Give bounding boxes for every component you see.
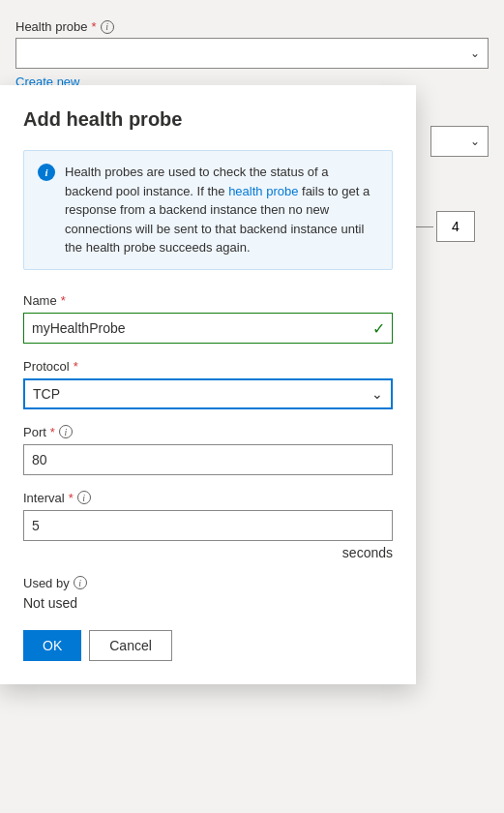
interval-field: Interval * i seconds: [23, 491, 393, 560]
name-label: Name *: [23, 293, 393, 308]
health-probe-info-icon[interactable]: i: [101, 20, 114, 34]
panel-title: Add health probe: [23, 108, 393, 131]
health-probe-label: Health probe * i: [15, 19, 489, 34]
info-text-highlight: health probe: [228, 184, 298, 198]
used-by-value: Not used: [23, 595, 393, 611]
name-label-text: Name: [23, 293, 57, 308]
interval-label: Interval * i: [23, 491, 393, 505]
interval-label-text: Interval: [23, 491, 65, 505]
interval-info-icon[interactable]: i: [77, 491, 91, 504]
add-health-probe-panel: Add health probe i Health probes are use…: [0, 85, 416, 684]
name-required: *: [61, 293, 66, 308]
seconds-label: seconds: [342, 545, 393, 560]
info-banner: i Health probes are used to check the st…: [23, 150, 393, 270]
interval-input[interactable]: [23, 510, 393, 541]
used-by-label: Used by i: [23, 576, 393, 590]
protocol-label: Protocol *: [23, 359, 393, 374]
name-field: Name * ✓: [23, 293, 393, 344]
protocol-dropdown[interactable]: TCP ⌄: [23, 378, 393, 409]
interval-required: *: [69, 491, 74, 505]
name-input-wrapper: ✓: [23, 313, 393, 344]
button-row: OK Cancel: [23, 630, 393, 661]
port-info-icon[interactable]: i: [59, 425, 73, 438]
right-number-value: 4: [452, 219, 460, 234]
port-label-text: Port: [23, 425, 46, 439]
health-probe-dropdown[interactable]: ⌄: [15, 38, 489, 69]
health-probe-text: Health probe: [15, 19, 87, 34]
used-by-info-icon[interactable]: i: [74, 576, 87, 589]
used-by-section: Used by i Not used: [23, 576, 393, 611]
port-required: *: [50, 425, 55, 439]
protocol-field: Protocol * TCP ⌄: [23, 359, 393, 409]
port-field: Port * i: [23, 425, 393, 475]
used-by-label-text: Used by: [23, 576, 70, 590]
health-probe-dropdown-arrow: ⌄: [470, 46, 480, 60]
cancel-button[interactable]: Cancel: [89, 630, 172, 661]
health-probe-section: Health probe * i ⌄ Create new: [15, 19, 489, 89]
right-dropdown-arrow: ⌄: [470, 135, 480, 148]
info-banner-icon: i: [38, 164, 55, 181]
protocol-value: TCP: [33, 386, 60, 402]
name-check-icon: ✓: [372, 318, 385, 337]
port-input[interactable]: [23, 444, 393, 475]
seconds-row: seconds: [23, 545, 393, 560]
right-number-box: 4: [436, 211, 475, 242]
ok-button[interactable]: OK: [23, 630, 81, 661]
port-label: Port * i: [23, 425, 393, 439]
protocol-dropdown-arrow: ⌄: [371, 386, 383, 402]
info-banner-text: Health probes are used to check the stat…: [65, 163, 378, 257]
required-star: *: [91, 19, 96, 34]
protocol-label-text: Protocol: [23, 359, 70, 374]
protocol-required: *: [74, 359, 78, 374]
right-side-dropdown[interactable]: ⌄: [430, 126, 489, 157]
line-connector: [414, 226, 433, 227]
name-input[interactable]: [23, 313, 393, 344]
